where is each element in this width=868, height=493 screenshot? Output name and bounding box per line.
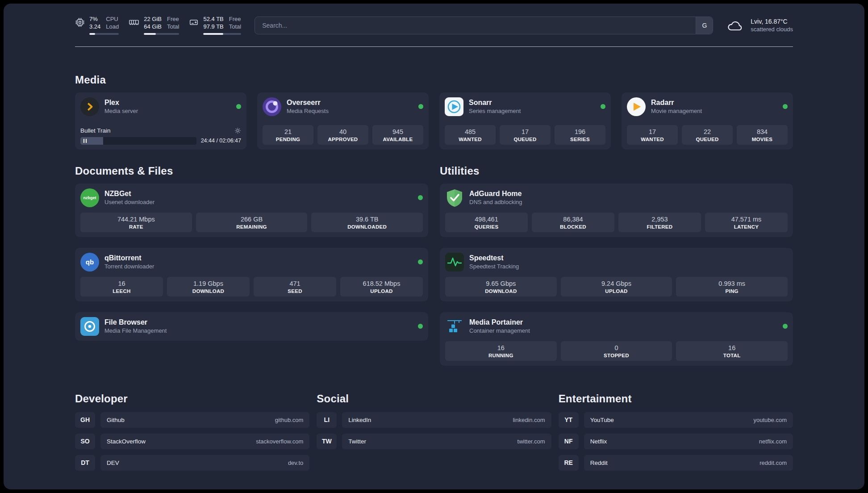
memory-label-top: Free [167, 16, 179, 23]
bookmark-link[interactable]: YouTube youtube.com [584, 412, 793, 428]
service-card-adguard[interactable]: AdGuard Home DNS and adblocking 498,461 … [440, 184, 793, 237]
service-name: NZBGet [104, 190, 154, 198]
service-name: File Browser [104, 318, 167, 326]
middle-sections: Documents & Files nzbget NZBGet Usenet d… [75, 165, 793, 366]
bookmark-youtube[interactable]: YT YouTube youtube.com [559, 412, 793, 428]
service-name: Radarr [651, 99, 702, 107]
cpu-label-bottom: Load [106, 24, 119, 30]
stat-tile: 39.6 TB DOWNLOADED [311, 213, 423, 232]
search-bar: G [255, 17, 713, 34]
service-card-filebrowser[interactable]: File Browser Media File Management [75, 312, 428, 341]
section-developer: Developer GH Github github.com SO StackO… [75, 393, 309, 471]
bookmark-github[interactable]: GH Github github.com [75, 412, 309, 428]
section-media: Media Plex Media server Bullet Train [75, 74, 793, 150]
bookmark-abbr: GH [75, 412, 95, 428]
stat-tile: 47.571 ms LATENCY [705, 213, 788, 232]
service-name: Speedtest [469, 254, 519, 262]
stat-tile: 9.65 Gbps DOWNLOAD [445, 277, 557, 297]
disk-label-bottom: Total [229, 24, 241, 30]
stat-tile: 17 WANTED [627, 125, 678, 145]
disk-free-value: 52.4 TB [203, 16, 223, 23]
service-card-portainer[interactable]: Media Portainer Container management 16 … [440, 312, 793, 366]
bookmark-abbr: TW [317, 434, 337, 449]
bookmark-twitter[interactable]: TW Twitter twitter.com [317, 434, 551, 449]
stat-tile: 40 APPROVED [317, 125, 368, 145]
stat-tile: 16 RUNNING [445, 341, 557, 361]
section-social: Social LI LinkedIn linkedin.com TW Twitt… [317, 393, 551, 449]
service-name: Plex [104, 99, 138, 107]
stat-tile: 618.52 Mbps UPLOAD [340, 277, 423, 297]
bookmark-link[interactable]: Github github.com [100, 412, 309, 428]
media-grid: Plex Media server Bullet Train [75, 92, 793, 150]
stat-tile: 17 QUEUED [500, 125, 551, 145]
service-card-nzbget[interactable]: nzbget NZBGet Usenet downloader 744.21 M… [75, 184, 428, 237]
plex-now-playing: Bullet Train [80, 124, 241, 145]
bookmark-stackoverflow[interactable]: SO StackOverflow stackoverflow.com [75, 434, 309, 449]
stat-tile: 498,461 QUERIES [445, 213, 528, 232]
status-dot [783, 324, 788, 329]
player-settings-icon[interactable] [234, 127, 241, 134]
stat-tile: 744.21 Mbps RATE [80, 213, 192, 232]
section-title-media: Media [75, 74, 793, 86]
stat-tile: 16 TOTAL [676, 341, 788, 361]
bookmark-link[interactable]: Twitter twitter.com [342, 434, 551, 449]
stat-tile: 945 AVAILABLE [372, 125, 423, 145]
service-description: Torrent downloader [104, 263, 154, 270]
section-title-developer: Developer [75, 393, 309, 405]
service-description: Media File Management [104, 327, 167, 334]
service-description: Media Requests [287, 108, 329, 114]
bookmark-link[interactable]: LinkedIn linkedin.com [342, 412, 551, 428]
memory-total-value: 64 GiB [144, 24, 162, 30]
service-name: Overseerr [287, 99, 329, 107]
service-card-plex[interactable]: Plex Media server Bullet Train [75, 92, 246, 150]
topbar: 7% 3.24 CPU Load [75, 16, 793, 35]
stat-tile: 266 GB REMAINING [196, 213, 308, 232]
playback-progress-bar[interactable] [80, 137, 196, 145]
bookmark-dev[interactable]: DT DEV dev.to [75, 455, 309, 471]
bookmark-linkedin[interactable]: LI LinkedIn linkedin.com [317, 412, 551, 428]
stat-tile: 16 LEECH [80, 277, 163, 297]
memory-free-value: 22 GiB [144, 16, 162, 23]
bookmark-reddit[interactable]: RE Reddit reddit.com [559, 455, 793, 471]
weather-location: Lviv, 16.87°C [751, 18, 793, 25]
section-entertainment: Entertainment YT YouTube youtube.com NF … [559, 393, 793, 471]
radarr-icon [627, 97, 646, 116]
service-card-overseerr[interactable]: Overseerr Media Requests 21 PENDING 40 A… [257, 92, 429, 150]
playback-time: 24:44 / 02:06:47 [201, 138, 241, 144]
section-title-documents: Documents & Files [75, 165, 428, 177]
status-dot [236, 104, 241, 109]
sonarr-icon [445, 97, 463, 116]
service-name: Media Portainer [469, 318, 530, 326]
bookmark-abbr: RE [559, 455, 579, 471]
overseerr-icon [263, 97, 281, 116]
service-card-qbittorrent[interactable]: qb qBittorrent Torrent downloader 16 LEE… [75, 248, 428, 301]
search-engine-button[interactable]: G [696, 17, 713, 34]
pause-icon[interactable] [83, 139, 87, 143]
section-utilities: Utilities AdGuard Home [440, 165, 793, 366]
bookmark-link[interactable]: Netflix netflix.com [584, 434, 793, 449]
stat-tile: 22 QUEUED [682, 125, 733, 145]
service-card-speedtest[interactable]: Speedtest Speedtest Tracking 9.65 Gbps D… [440, 248, 793, 301]
disk-usage-bar [203, 33, 241, 35]
service-description: Media server [104, 108, 138, 114]
search-input[interactable] [255, 17, 696, 34]
bookmark-link[interactable]: StackOverflow stackoverflow.com [100, 434, 309, 449]
qbittorrent-icon: qb [80, 253, 99, 272]
cpu-percent: 7% [89, 16, 100, 23]
stat-tile: 0 STOPPED [561, 341, 672, 361]
cloud-icon [726, 19, 744, 32]
bookmark-netflix[interactable]: NF Netflix netflix.com [559, 434, 793, 449]
weather-widget[interactable]: Lviv, 16.87°C scattered clouds [726, 18, 793, 33]
service-card-radarr[interactable]: Radarr Movie management 17 WANTED 22 QUE… [622, 92, 793, 150]
service-description: Speedtest Tracking [469, 263, 519, 270]
memory-icon [129, 17, 139, 27]
stat-tile: 9.24 Gbps UPLOAD [561, 277, 672, 297]
filebrowser-icon [80, 317, 99, 336]
status-dot [418, 259, 423, 264]
bookmark-link[interactable]: Reddit reddit.com [584, 455, 793, 471]
status-dot [601, 104, 605, 109]
service-card-sonarr[interactable]: Sonarr Series management 485 WANTED 17 Q… [439, 92, 611, 150]
bookmark-link[interactable]: DEV dev.to [100, 455, 309, 471]
cpu-stat: 7% 3.24 CPU Load [75, 16, 119, 35]
disk-label-top: Free [229, 16, 241, 23]
